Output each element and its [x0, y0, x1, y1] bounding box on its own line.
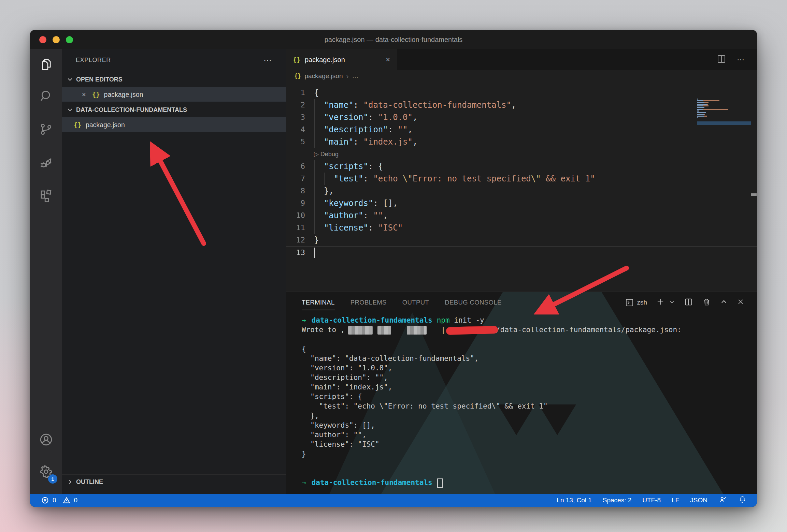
line-number: 2 — [286, 99, 305, 111]
line-number: 6 — [286, 160, 305, 173]
tree-filename: package.json — [86, 121, 125, 129]
code-line[interactable]: 4 "description": "", — [286, 123, 757, 136]
encoding-status[interactable]: UTF-8 — [642, 497, 661, 504]
vscode-window: package.json — data-collection-fundament… — [30, 30, 757, 507]
line-number: 1 — [286, 87, 305, 99]
code-line[interactable]: 12} — [286, 234, 757, 246]
shell-label: zsh — [637, 299, 647, 306]
line-number: 10 — [286, 209, 305, 222]
breadcrumb-more[interactable]: … — [352, 72, 358, 80]
indentation-status[interactable]: Spaces: 2 — [603, 497, 632, 504]
chevron-right-icon — [67, 479, 73, 485]
codelens-debug[interactable]: ▷ Debug — [314, 148, 339, 160]
maximize-panel-chevron-icon[interactable] — [720, 298, 728, 307]
line-number: 9 — [286, 197, 305, 209]
close-editor-icon[interactable]: × — [82, 91, 86, 99]
panel-tab-problems[interactable]: PROBLEMS — [350, 292, 387, 313]
terminal-content[interactable]: →data-collection-fundamentalsnpm init -y… — [302, 315, 754, 487]
code-line[interactable]: ▷ Debug — [286, 148, 757, 160]
breadcrumb-separator-icon: › — [346, 72, 348, 80]
split-terminal-icon[interactable] — [684, 297, 693, 308]
source-control-icon[interactable] — [30, 117, 62, 141]
eol-status[interactable]: LF — [672, 497, 679, 504]
problems-status[interactable]: 0 0 — [30, 496, 77, 504]
settings-badge: 1 — [48, 474, 57, 484]
explorer-more-actions-icon[interactable]: ⋯ — [263, 55, 272, 65]
code-line[interactable]: 11 "license": "ISC" — [286, 222, 757, 234]
panel-tab-bar: TERMINAL PROBLEMS OUTPUT DEBUG CONSOLE z… — [286, 292, 757, 313]
minimap[interactable] — [697, 99, 751, 121]
close-panel-icon[interactable] — [736, 298, 745, 307]
terminal-panel: TERMINAL PROBLEMS OUTPUT DEBUG CONSOLE z… — [286, 292, 757, 494]
sidebar-header: EXPLORER ⋯ — [62, 49, 286, 71]
workspace-folder-section[interactable]: DATA-COLLECTION-FUNDAMENTALS — [62, 103, 286, 117]
code-line[interactable]: 5 "main": "index.js", — [286, 136, 757, 148]
text-cursor — [314, 248, 315, 258]
terminal-line: "main": "index.js", — [302, 382, 754, 392]
line-number: 4 — [286, 123, 305, 136]
code-line[interactable]: 10 "author": "", — [286, 209, 757, 222]
code-line[interactable]: 7 "test": "echo \"Error: no test specifi… — [286, 173, 757, 185]
open-editors-section[interactable]: OPEN EDITORS — [62, 73, 286, 86]
new-terminal-icon[interactable] — [656, 297, 665, 308]
settings-gear-icon[interactable]: 1 — [30, 460, 62, 484]
notifications-bell-icon[interactable] — [738, 495, 747, 505]
panel-tab-terminal[interactable]: TERMINAL — [302, 292, 335, 313]
code-line[interactable]: 3 "version": "1.0.0", — [286, 111, 757, 123]
editor-more-actions-icon[interactable]: ⋯ — [737, 55, 745, 64]
red-scribble-redaction — [446, 325, 498, 335]
extensions-icon[interactable] — [30, 183, 62, 207]
json-file-icon: {} — [92, 91, 100, 98]
tree-item-package-json[interactable]: {} package.json — [62, 117, 286, 132]
code-line[interactable]: 2 "name": "data-collection-fundamentals"… — [286, 99, 757, 111]
window-title: package.json — data-collection-fundament… — [30, 36, 757, 44]
account-icon[interactable] — [30, 428, 62, 452]
explorer-icon[interactable] — [30, 53, 62, 76]
tab-close-icon[interactable]: × — [386, 55, 390, 64]
search-icon[interactable] — [30, 84, 62, 108]
language-mode-status[interactable]: JSON — [690, 497, 707, 504]
activity-bar: 1 — [30, 49, 62, 494]
breadcrumb-file[interactable]: package.json — [304, 72, 343, 80]
breadcrumbs[interactable]: {} package.json › … — [286, 70, 757, 82]
terminal-line: "name": "data-collection-fundamentals", — [302, 354, 754, 363]
chevron-down-icon — [67, 107, 73, 113]
redacted-mosaic — [348, 326, 373, 335]
feedback-icon[interactable] — [718, 495, 727, 506]
run-and-debug-icon[interactable] — [30, 151, 62, 175]
terminal-line: "test": "echo \"Error: no test specified… — [302, 401, 754, 411]
terminal-cursor — [437, 478, 443, 488]
code-line[interactable]: 8 }, — [286, 185, 757, 197]
terminal-dropdown-chevron-icon[interactable] — [669, 299, 675, 306]
tab-package-json[interactable]: {} package.json × — [286, 49, 397, 70]
chevron-down-icon — [67, 76, 73, 83]
editor-group: {} package.json × ⋯ {} package.json › … … — [286, 49, 757, 494]
panel-tab-output[interactable]: OUTPUT — [402, 292, 429, 313]
outline-label: OUTLINE — [76, 478, 103, 486]
terminal-line: } — [302, 449, 754, 459]
split-editor-icon[interactable] — [716, 54, 727, 65]
code-line[interactable]: 1{ — [286, 87, 757, 99]
code-editor[interactable]: 1{2 "name": "data-collection-fundamental… — [286, 87, 757, 278]
code-line[interactable]: 9 "keywords": [], — [286, 197, 757, 209]
outline-section[interactable]: OUTLINE — [62, 474, 286, 489]
terminal-line — [302, 459, 754, 468]
desktop: package.json — data-collection-fundament… — [0, 0, 787, 532]
open-editor-item-package-json[interactable]: × {} package.json — [62, 87, 286, 102]
json-file-icon: {} — [293, 56, 301, 63]
terminal-line — [302, 335, 754, 344]
warning-count: 0 — [74, 497, 78, 504]
terminal-line: }, — [302, 411, 754, 420]
editor-scrollbar-thumb[interactable] — [751, 193, 757, 196]
terminal-shell-selector[interactable]: zsh — [625, 298, 647, 307]
workspace-folder-label: DATA-COLLECTION-FUNDAMENTALS — [76, 106, 187, 114]
terminal-line: "scripts": { — [302, 392, 754, 401]
code-line[interactable]: 13 — [286, 246, 757, 259]
cursor-position-status[interactable]: Ln 13, Col 1 — [557, 497, 591, 504]
line-number: 11 — [286, 222, 305, 234]
panel-tab-debug-console[interactable]: DEBUG CONSOLE — [445, 292, 502, 313]
code-line[interactable]: 6 "scripts": { — [286, 160, 757, 173]
kill-terminal-trash-icon[interactable] — [702, 297, 711, 308]
minimap-slider[interactable] — [697, 121, 751, 125]
json-file-icon: {} — [294, 73, 301, 79]
